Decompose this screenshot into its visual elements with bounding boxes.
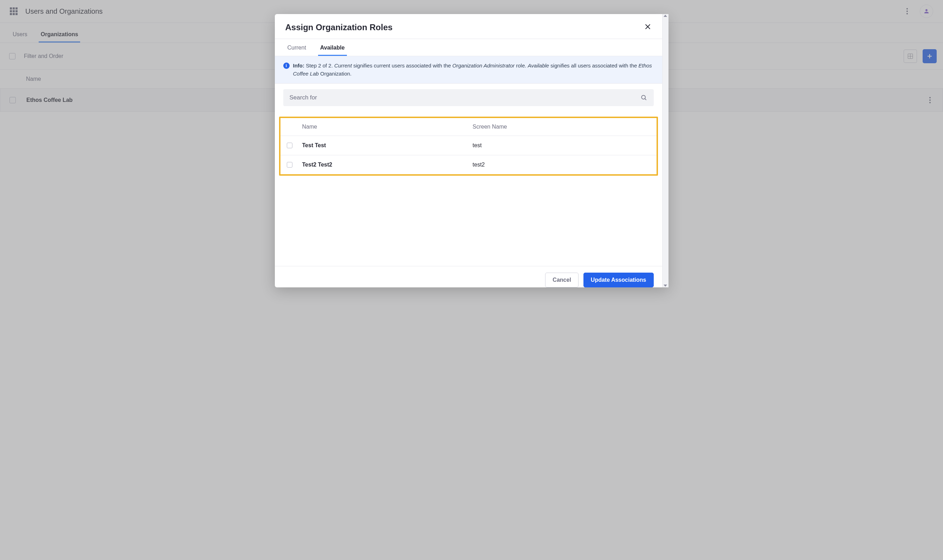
assign-roles-modal: Assign Organization Roles Current Availa… [275, 14, 669, 288]
cell-screen-name: test [468, 136, 656, 155]
modal-scrollbar[interactable] [662, 14, 669, 288]
col-screen-name: Screen Name [468, 118, 656, 136]
cell-screen-name: test2 [468, 155, 656, 175]
modal-title: Assign Organization Roles [285, 23, 393, 32]
info-text: Info: Step 2 of 2. Current signifies cur… [293, 62, 654, 78]
users-table-highlight: Name Screen Name Test Test test Test2 Te… [279, 117, 658, 175]
row-checkbox[interactable] [287, 162, 293, 168]
table-row[interactable]: Test2 Test2 test2 [280, 155, 656, 175]
table-row[interactable]: Test Test test [280, 136, 656, 155]
search-input[interactable] [290, 94, 635, 101]
cell-name: Test2 Test2 [297, 155, 468, 175]
col-name: Name [297, 118, 468, 136]
tab-available[interactable]: Available [318, 39, 347, 56]
close-button[interactable] [644, 23, 652, 32]
scroll-up-icon[interactable] [664, 15, 667, 17]
search-box[interactable] [283, 89, 654, 106]
search-icon [640, 94, 647, 101]
update-associations-button[interactable]: Update Associations [584, 272, 654, 288]
users-table: Name Screen Name Test Test test Test2 Te… [280, 118, 656, 174]
modal-tabs: Current Available [275, 39, 662, 56]
modal-footer: Cancel Update Associations [275, 266, 662, 288]
row-checkbox[interactable] [287, 143, 293, 148]
scroll-down-icon[interactable] [664, 285, 667, 287]
svg-point-13 [641, 95, 645, 99]
cancel-button[interactable]: Cancel [545, 272, 578, 288]
cell-name: Test Test [297, 136, 468, 155]
info-icon: i [283, 63, 290, 69]
tab-current[interactable]: Current [285, 39, 308, 56]
svg-line-14 [645, 99, 646, 100]
info-banner: i Info: Step 2 of 2. Current signifies c… [275, 56, 662, 84]
modal-header: Assign Organization Roles [275, 14, 662, 39]
